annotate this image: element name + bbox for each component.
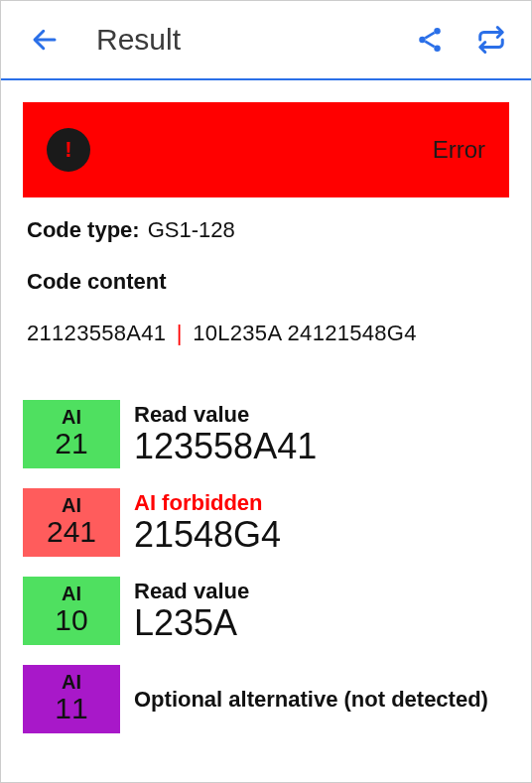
ai-header: Read value [134, 402, 317, 428]
ai-number: 11 [55, 692, 87, 725]
code-content-label: Code content [27, 269, 505, 295]
back-button[interactable] [21, 16, 68, 64]
repeat-button[interactable] [471, 20, 511, 60]
ai-row: AI 10 Read value L235A [23, 577, 509, 645]
svg-point-2 [434, 46, 441, 53]
code-type-label: Code type: [27, 217, 140, 243]
code-content-value: 21123558A41 | 10L235A 24121548G4 [27, 321, 505, 346]
svg-point-0 [434, 28, 441, 35]
code-type-value: GS1-128 [148, 217, 235, 243]
repeat-icon [476, 25, 506, 55]
raw-part-1: 21123558A41 [27, 321, 166, 345]
content-area: ! Error Code type: GS1-128 Code content … [1, 80, 531, 755]
share-button[interactable] [410, 20, 450, 60]
ai-title: AI [62, 494, 81, 517]
share-icon [415, 25, 445, 55]
arrow-left-icon [30, 25, 60, 55]
app-header: Result [1, 1, 531, 80]
status-label: Error [433, 136, 485, 164]
ai-value: 123558A41 [134, 426, 317, 467]
ai-number: 241 [47, 515, 96, 549]
raw-separator: | [177, 321, 183, 345]
error-icon-glyph: ! [65, 137, 71, 163]
status-banner: ! Error [23, 102, 509, 197]
ai-badge: AI 10 [23, 577, 120, 645]
raw-part-2: 10L235A 24121548G4 [193, 321, 417, 345]
ai-title: AI [62, 671, 81, 694]
svg-point-1 [419, 37, 426, 44]
ai-row: AI 241 AI forbidden 21548G4 [23, 488, 509, 557]
ai-row: AI 21 Read value 123558A41 [23, 400, 509, 468]
ai-number: 21 [55, 427, 87, 460]
page-title: Result [96, 23, 410, 57]
ai-text: Optional alternative (not detected) [134, 665, 488, 733]
ai-text: Read value 123558A41 [134, 400, 317, 468]
ai-row: AI 11 Optional alternative (not detected… [23, 665, 509, 733]
ai-badge: AI 21 [23, 400, 120, 468]
ai-text: Read value L235A [134, 577, 249, 645]
ai-badge: AI 11 [23, 665, 120, 733]
error-icon: ! [47, 128, 90, 172]
ai-header: Optional alternative (not detected) [134, 687, 488, 713]
ai-title: AI [62, 406, 81, 429]
ai-number: 10 [55, 603, 87, 637]
ai-badge: AI 241 [23, 488, 120, 557]
ai-value: 21548G4 [134, 514, 281, 556]
ai-header: AI forbidden [134, 490, 281, 516]
header-actions [410, 20, 511, 60]
ai-title: AI [62, 583, 81, 605]
ai-header: Read value [134, 579, 249, 604]
ai-rows: AI 21 Read value 123558A41 AI 241 AI for… [23, 400, 509, 733]
code-type-row: Code type: GS1-128 [27, 217, 505, 243]
ai-text: AI forbidden 21548G4 [134, 488, 281, 557]
ai-value: L235A [134, 602, 249, 644]
